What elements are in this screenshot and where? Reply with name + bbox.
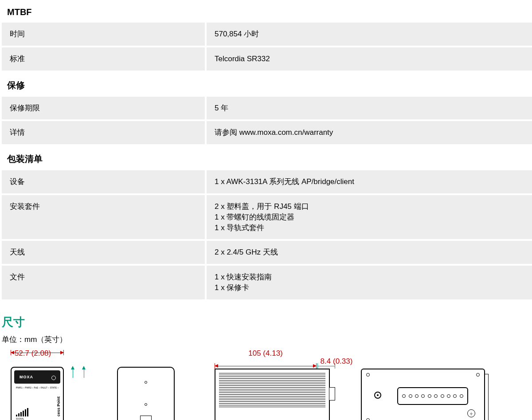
drawing-side-wide-view: 105 (4.13) 8.4 (0.33)	[201, 349, 343, 420]
package-mounting-label: 安装套件	[2, 195, 205, 239]
package-antenna-value: 2 x 2.4/5 GHz 天线	[207, 241, 532, 264]
spec-row-package-docs: 文件 1 x 快速安装指南 1 x 保修卡	[0, 266, 532, 299]
spec-row-warranty-details: 详情 请参阅 www.moxa.com.cn/warranty	[0, 121, 532, 144]
terminal-block-icon	[397, 387, 468, 405]
device-rear-outline: ⏚	[361, 369, 485, 420]
device-side-outline	[117, 367, 175, 420]
warranty-details-value: 请参阅 www.moxa.com.cn/warranty	[207, 121, 532, 144]
dimensions-unit-label: 单位：mm（英寸）	[0, 334, 532, 349]
signal-indicator: SIGNAL	[16, 408, 34, 420]
mtbf-standard-value: Telcordia SR332	[207, 47, 532, 71]
dimension-line-icon	[11, 349, 64, 355]
dim-side-width-label: 105 (4.13)	[215, 349, 317, 358]
drawing-front-view: 52.7 (2.08) MOXA PWR1 ○ PWR2 ○ PoE ○ FAU…	[2, 349, 99, 420]
antenna-connector-icon	[51, 376, 56, 380]
warranty-details-label: 详情	[2, 121, 205, 144]
side-connector-icon	[329, 387, 335, 400]
dimensions-section-header: 尺寸	[0, 301, 532, 334]
warranty-period-value: 5 年	[207, 97, 532, 120]
warranty-period-label: 保修期限	[2, 97, 205, 120]
heatsink-fins-icon	[219, 373, 325, 408]
mtbf-time-label: 时间	[2, 23, 205, 46]
dimension-line-icon	[215, 362, 317, 369]
package-docs-label: 文件	[2, 266, 205, 299]
drawing-side-narrow-view	[117, 349, 184, 420]
spec-row-warranty-period: 保修期限 5 年	[0, 97, 532, 120]
spec-row-mtbf-standard: 标准 Telcordia SR332	[0, 47, 532, 71]
brand-label: MOXA	[20, 375, 33, 379]
led-indicators: PWR1 ○ PWR2 ○ PoE ○ FAULT ○ STATE ○	[16, 386, 59, 389]
signal-text: SIGNAL	[16, 417, 34, 420]
spec-row-mtbf-time: 时间 570,854 小时	[0, 23, 532, 46]
rail-mount-icon	[484, 374, 489, 420]
device-front-outline: MOXA PWR1 ○ PWR2 ○ PoE ○ FAULT ○ STATE ○…	[11, 367, 64, 420]
warranty-section-header: 保修	[0, 72, 532, 97]
package-docs-value: 1 x 快速安装指南 1 x 保修卡	[207, 266, 532, 299]
height-indicator-arrows-icon	[68, 367, 95, 380]
package-section-header: 包装清单	[0, 146, 532, 170]
package-antenna-label: 天线	[2, 241, 205, 264]
package-device-value: 1 x AWK-3131A 系列无线 AP/bridge/client	[207, 170, 532, 193]
rj45-port-icon	[140, 416, 152, 420]
mtbf-section-header: MTBF	[0, 0, 532, 23]
mtbf-standard-label: 标准	[2, 47, 205, 71]
drawing-rear-view: ⏚	[361, 349, 494, 420]
access-point-text: cess Point	[56, 396, 61, 416]
dimension-line-small-icon	[317, 362, 335, 369]
package-device-label: 设备	[2, 170, 205, 193]
spec-row-package-antenna: 天线 2 x 2.4/5 GHz 天线	[0, 241, 532, 264]
device-heatsink-outline	[215, 369, 330, 420]
spec-row-package-device: 设备 1 x AWK-3131A 系列无线 AP/bridge/client	[0, 170, 532, 193]
ground-symbol-icon: ⏚	[467, 409, 475, 417]
spec-row-package-mounting: 安装套件 2 x 塑料盖，用于 RJ45 端口 1 x 带螺钉的线缆固定器 1 …	[0, 195, 532, 239]
power-jack-icon	[374, 392, 381, 399]
package-mounting-value: 2 x 塑料盖，用于 RJ45 端口 1 x 带螺钉的线缆固定器 1 x 导轨式…	[207, 195, 532, 239]
mtbf-time-value: 570,854 小时	[207, 23, 532, 46]
dimensions-drawings: 52.7 (2.08) MOXA PWR1 ○ PWR2 ○ PoE ○ FAU…	[0, 349, 532, 420]
